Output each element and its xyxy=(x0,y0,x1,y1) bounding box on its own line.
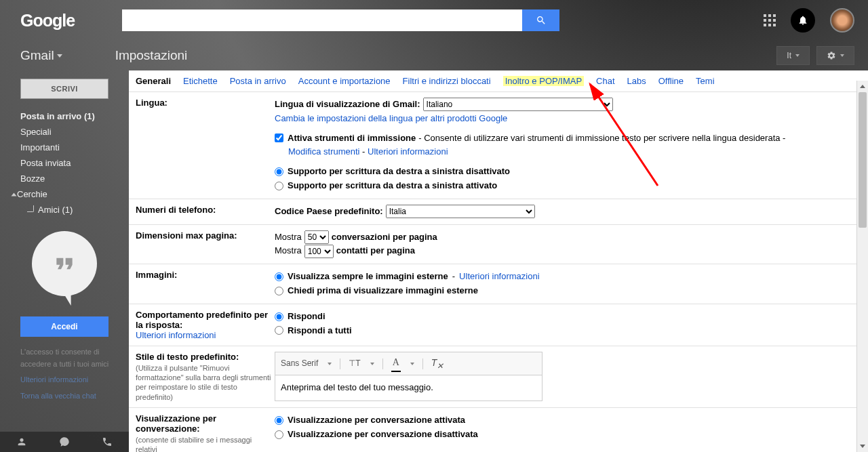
tab-accounts[interactable]: Account e importazione xyxy=(298,76,391,86)
search-button[interactable] xyxy=(522,9,559,31)
input-tools-checkbox[interactable]: Attiva strumenti di immissione xyxy=(275,131,416,146)
edit-tools-link[interactable]: Modifica strumenti xyxy=(288,146,359,157)
images-more-link[interactable]: Ulteriori informazioni xyxy=(459,270,539,284)
compose-button[interactable]: SCRIVI xyxy=(20,79,108,99)
nav-inbox[interactable]: Posta in arrivo (1) xyxy=(0,108,129,124)
tab-offline[interactable]: Offline xyxy=(658,76,684,86)
input-lang-button[interactable]: It xyxy=(776,46,810,65)
input-tools-desc: - Consente di utilizzare vari strumenti … xyxy=(418,131,785,146)
label-reply: Comportamento predefinito per la rispost… xyxy=(136,310,275,340)
reply-all-radio[interactable]: Rispondi a tutti xyxy=(275,324,861,338)
text-toolbar[interactable]: Sans Serif ⊤T A T✕ xyxy=(275,352,542,375)
google-logo[interactable]: Google xyxy=(20,11,75,30)
settings-gear-button[interactable] xyxy=(816,46,854,65)
tab-inbox[interactable]: Posta in arrivo xyxy=(230,76,286,86)
label-pagesize: Dimensioni max pagina: xyxy=(136,230,275,259)
scroll-thumb[interactable] xyxy=(859,92,867,228)
nav-important[interactable]: Importanti xyxy=(0,140,129,155)
tab-themes[interactable]: Temi xyxy=(696,76,714,86)
nav-circles[interactable]: Cerchie xyxy=(0,186,129,202)
lang-more-link[interactable]: Ulteriori informazioni xyxy=(368,146,448,157)
vertical-scrollbar[interactable] xyxy=(856,81,868,452)
sidebar-more-link[interactable]: Ulteriori informazioni xyxy=(20,374,122,386)
search-input[interactable] xyxy=(122,9,522,31)
gmail-dropdown[interactable]: Gmail xyxy=(20,48,62,63)
contacts-select[interactable]: 100 xyxy=(304,245,334,258)
country-code-select[interactable]: Italia xyxy=(386,205,535,218)
settings-tabs: Generali Etichette Posta in arrivo Accou… xyxy=(129,70,868,91)
hangouts-chat-icon[interactable] xyxy=(43,436,85,447)
tab-filters[interactable]: Filtri e indirizzi bloccati xyxy=(403,76,491,86)
search-icon xyxy=(536,15,547,26)
rtl-on-radio[interactable]: Supporto per scrittura da destra a sinis… xyxy=(275,179,861,193)
label-images: Immagini: xyxy=(136,270,275,298)
scroll-up-button[interactable] xyxy=(857,81,868,92)
hangouts-phone-icon[interactable] xyxy=(86,436,129,447)
scroll-down-button[interactable] xyxy=(857,440,868,452)
sidebar-oldchat-link[interactable]: Torna alla vecchia chat xyxy=(20,390,122,403)
nav-drafts[interactable]: Bozze xyxy=(0,171,129,186)
reply-radio[interactable]: Rispondi xyxy=(275,310,861,324)
notifications-icon[interactable] xyxy=(791,8,815,33)
text-preview: Anteprima del testo del tuo messaggio. xyxy=(275,375,542,401)
nav-starred[interactable]: Speciali xyxy=(0,124,129,140)
nav-friends[interactable]: Amici (1) xyxy=(0,202,129,218)
tab-labels[interactable]: Etichette xyxy=(183,76,218,86)
gear-icon xyxy=(827,51,836,60)
sidebar: SCRIVI Posta in arrivo (1) Speciali Impo… xyxy=(0,70,129,452)
conv-on-radio[interactable]: Visualizzazione per conversazione attiva… xyxy=(275,413,861,428)
hangouts-bottombar xyxy=(0,432,129,452)
conversations-select[interactable]: 50 xyxy=(304,230,329,244)
images-always-radio[interactable]: Visualizza sempre le immagini esterne - … xyxy=(275,270,861,284)
display-lang-label: Lingua di visualizzazione di Gmail: xyxy=(275,98,420,112)
nav-sent[interactable]: Posta inviata xyxy=(0,155,129,171)
country-code-label: Codice Paese predefinito: xyxy=(275,205,383,219)
label-phone: Numeri di telefono: xyxy=(136,205,275,219)
rtl-off-radio[interactable]: Supporto per scrittura da destra a sinis… xyxy=(275,165,861,179)
tab-general[interactable]: Generali xyxy=(136,76,171,86)
label-textstyle: Stile di testo predefinito:(Utilizza il … xyxy=(136,352,275,402)
settings-content: Generali Etichette Posta in arrivo Accou… xyxy=(129,70,868,452)
images-ask-radio[interactable]: Chiedi prima di visualizzare immagini es… xyxy=(275,284,861,298)
hangouts-contacts-icon[interactable] xyxy=(0,436,43,447)
sidebar-footer: L'accesso ti consente di accedere a tutt… xyxy=(20,346,122,402)
conv-off-radio[interactable]: Visualizzazione per conversazione disatt… xyxy=(275,428,861,442)
tab-chat[interactable]: Chat xyxy=(596,76,614,86)
hangouts-icon[interactable] xyxy=(32,231,97,296)
page-title: Impostazioni xyxy=(115,48,188,63)
other-products-link[interactable]: Cambia le impostazioni della lingua per … xyxy=(275,113,507,123)
apps-icon[interactable] xyxy=(764,14,776,26)
search-box xyxy=(122,9,559,31)
tab-forwarding[interactable]: Inoltro e POP/IMAP xyxy=(503,76,584,86)
label-language: Lingua: xyxy=(136,98,275,193)
display-lang-select[interactable]: Italiano xyxy=(423,98,613,111)
reply-more-link[interactable]: Ulteriori informazioni xyxy=(136,330,216,340)
label-conversation: Visualizzazione per conversazione:(conse… xyxy=(136,413,275,452)
hangouts-signin-button[interactable]: Accedi xyxy=(20,316,108,337)
tab-labs[interactable]: Labs xyxy=(627,76,646,86)
avatar[interactable] xyxy=(830,8,854,33)
